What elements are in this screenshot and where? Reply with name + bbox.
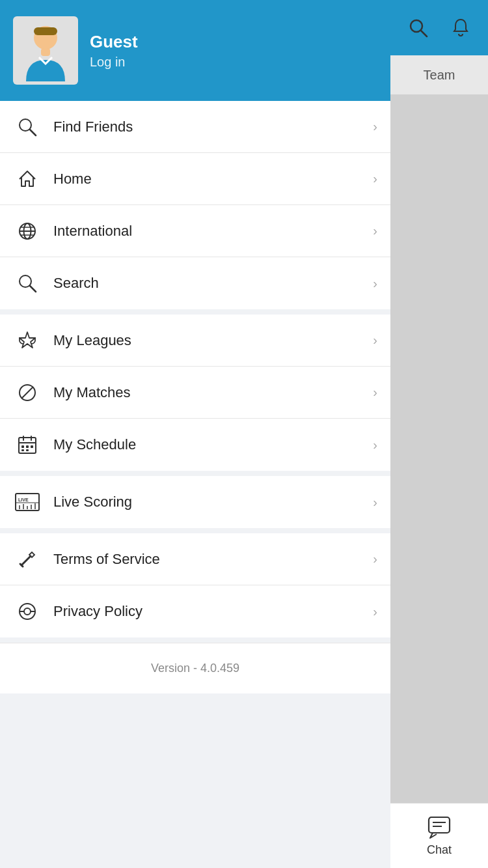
version-text: Version - 4.0.459 <box>151 662 239 675</box>
search-menu-icon <box>13 269 42 298</box>
menu-item-international[interactable]: International › <box>0 205 390 257</box>
svg-rect-4 <box>41 48 50 56</box>
search-label: Search <box>53 275 368 292</box>
team-label-area: Team <box>390 55 488 94</box>
avatar <box>13 16 78 85</box>
svg-rect-3 <box>34 27 57 35</box>
chat-button[interactable]: Chat <box>390 803 488 868</box>
menu-section-4: Terms of Service › Privacy Policy › <box>0 533 390 637</box>
my-leagues-label: My Leagues <box>53 332 368 349</box>
svg-line-33 <box>21 556 31 565</box>
find-friends-icon <box>13 113 42 141</box>
matches-icon <box>13 378 42 407</box>
my-leagues-chevron: › <box>373 333 377 348</box>
menu-section-1: Find Friends › Home › <box>0 101 390 309</box>
terms-icon <box>13 545 42 574</box>
home-label: Home <box>53 171 368 188</box>
svg-text:LIVE: LIVE <box>18 497 29 502</box>
search-icon <box>407 17 429 39</box>
menu-item-my-matches[interactable]: My Matches › <box>0 367 390 419</box>
search-chevron: › <box>373 276 377 291</box>
team-label: Team <box>424 68 455 83</box>
svg-rect-20 <box>21 445 24 448</box>
svg-rect-22 <box>31 445 33 448</box>
svg-rect-24 <box>26 449 29 451</box>
leagues-icon <box>13 326 42 355</box>
live-scoring-label: Live Scoring <box>53 494 368 511</box>
schedule-icon <box>13 430 42 459</box>
avatar-svg <box>16 20 75 81</box>
svg-rect-23 <box>21 449 24 451</box>
bell-button[interactable] <box>446 14 475 42</box>
find-friends-label: Find Friends <box>53 119 368 135</box>
international-label: International <box>53 223 368 240</box>
svg-line-6 <box>30 130 36 135</box>
live-scoring-chevron: › <box>373 495 377 510</box>
home-chevron: › <box>373 171 377 186</box>
menu-item-search[interactable]: Search › <box>0 257 390 309</box>
terms-chevron: › <box>373 552 377 567</box>
header-icons-area <box>390 0 488 55</box>
user-header[interactable]: Guest Log in <box>0 0 390 101</box>
live-scoring-icon: LIVE <box>13 488 42 516</box>
privacy-icon <box>13 597 42 626</box>
menu-item-privacy[interactable]: Privacy Policy › <box>0 585 390 637</box>
menu-item-my-schedule[interactable]: My Schedule › <box>0 419 390 471</box>
menu-section-2: My Leagues › My Matches › <box>0 315 390 471</box>
menu-item-find-friends[interactable]: Find Friends › <box>0 101 390 153</box>
menu-item-home[interactable]: Home › <box>0 153 390 205</box>
menu-item-terms[interactable]: Terms of Service › <box>0 533 390 585</box>
menu-list: Find Friends › Home › <box>0 101 390 868</box>
search-button[interactable] <box>404 14 433 42</box>
my-schedule-chevron: › <box>373 438 377 453</box>
bell-icon <box>450 17 472 39</box>
privacy-label: Privacy Policy <box>53 603 368 620</box>
terms-label: Terms of Service <box>53 551 368 568</box>
svg-rect-38 <box>429 817 450 833</box>
international-chevron: › <box>373 223 377 238</box>
menu-section-3: LIVE Live Scoring › <box>0 476 390 528</box>
svg-line-1 <box>421 31 427 36</box>
my-matches-label: My Matches <box>53 384 368 401</box>
version-footer: Version - 4.0.459 <box>0 643 390 693</box>
home-icon <box>13 165 42 193</box>
chat-label: Chat <box>427 843 452 857</box>
drawer-menu: Guest Log in Find Friends › <box>0 0 390 868</box>
find-friends-chevron: › <box>373 119 377 134</box>
privacy-chevron: › <box>373 604 377 619</box>
my-matches-chevron: › <box>373 385 377 400</box>
svg-line-15 <box>21 387 33 399</box>
chat-icon <box>426 815 452 841</box>
menu-item-my-leagues[interactable]: My Leagues › <box>0 315 390 367</box>
svg-rect-21 <box>26 445 29 448</box>
user-info: Guest Log in <box>90 32 138 70</box>
svg-point-35 <box>24 608 31 615</box>
user-name: Guest <box>90 32 138 52</box>
user-login-label[interactable]: Log in <box>90 55 138 70</box>
globe-icon <box>13 217 42 245</box>
menu-item-live-scoring[interactable]: LIVE Live Scoring › <box>0 476 390 528</box>
my-schedule-label: My Schedule <box>53 436 368 453</box>
svg-line-13 <box>30 286 36 292</box>
